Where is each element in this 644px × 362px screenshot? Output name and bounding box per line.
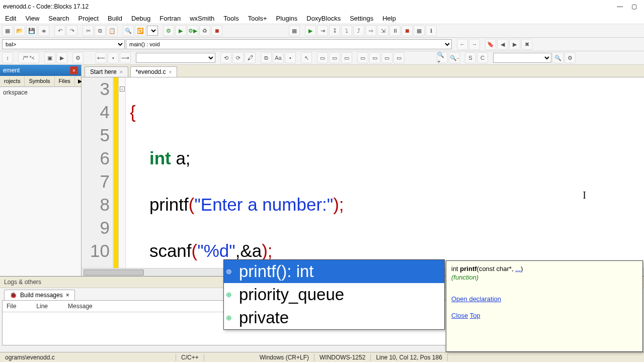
nav-fwd-icon[interactable]: → — [469, 39, 480, 50]
target-icon[interactable]: ▦ — [289, 25, 300, 36]
search-opts-icon[interactable]: ⚙ — [565, 52, 576, 63]
autocomplete-item-priority-queue[interactable]: ⊕ priority_queue — [224, 283, 444, 306]
scope-select[interactable]: bal> — [2, 39, 125, 49]
tab-close-icon[interactable]: × — [120, 69, 123, 75]
debug-run-icon[interactable]: ▶ — [305, 25, 316, 36]
case-icon[interactable]: Aa — [273, 52, 284, 63]
code-text[interactable]: { int a; printf("Enter a number:"); scan… — [126, 77, 644, 268]
autocomplete-item-private[interactable]: ⊕ private — [224, 306, 444, 329]
options-icon[interactable]: ⚙ — [72, 52, 84, 63]
menu-doxyblocks[interactable]: DoxyBlocks — [302, 14, 345, 23]
search-combo[interactable] — [493, 53, 551, 63]
box1-icon[interactable]: ▭ — [317, 52, 328, 63]
match-icon[interactable]: ⧉ — [261, 52, 272, 63]
minimize-button[interactable]: — — [613, 2, 627, 12]
open-icon[interactable]: 📂 — [14, 25, 25, 36]
build-messages-tab[interactable]: 🐞 Build messages × — [4, 290, 75, 300]
calltip-close-link[interactable]: Close — [451, 312, 468, 319]
search-go-icon[interactable]: 🔍 — [552, 52, 564, 63]
sidebar-tab-files[interactable]: Files — [55, 76, 75, 86]
zoom-in-icon[interactable]: 🔍+ — [437, 52, 448, 63]
run-icon[interactable]: ▶ — [175, 25, 186, 36]
scrollbar-thumb[interactable] — [84, 269, 144, 276]
code-editor[interactable]: 3 4 5 6 7 8 9 10 11 - { int a; printf("E… — [82, 77, 644, 268]
menu-fortran[interactable]: Fortran — [155, 14, 185, 23]
menu-view[interactable]: View — [21, 14, 43, 23]
target-select[interactable] — [136, 53, 215, 63]
step-out-icon[interactable]: ⤴ — [353, 25, 364, 36]
menu-toolsplus[interactable]: Tools+ — [244, 14, 271, 23]
info-icon[interactable]: ℹ — [426, 25, 437, 36]
select-icon[interactable]: ▣ — [44, 52, 55, 63]
build-run-icon[interactable]: ⚙▶ — [187, 25, 198, 36]
menu-help[interactable]: Help — [378, 14, 400, 23]
copy-icon[interactable]: ⧉ — [95, 25, 106, 36]
abort-icon[interactable]: ⏹ — [211, 25, 222, 36]
fold-minus-icon[interactable]: - — [120, 86, 125, 92]
menu-debug[interactable]: Debug — [127, 14, 154, 23]
menu-search[interactable]: Search — [44, 14, 73, 23]
autocomplete-popup[interactable]: ⊚ printf(): int ⊕ priority_queue ⊕ priva… — [223, 259, 445, 330]
save-icon[interactable]: 💾 — [26, 25, 37, 36]
autocomplete-item-printf[interactable]: ⊚ printf(): int — [224, 260, 444, 283]
next-edit-icon[interactable]: ⟳ — [232, 52, 244, 63]
sidebar-close-icon[interactable]: × — [70, 66, 78, 74]
box6-icon[interactable]: ▭ — [381, 52, 392, 63]
box3-icon[interactable]: ▭ — [341, 52, 352, 63]
nav-back-icon[interactable]: ← — [457, 39, 468, 50]
c-icon[interactable]: C — [477, 52, 488, 63]
tab-evenodd[interactable]: *evenodd.c × — [130, 66, 178, 77]
cut-icon[interactable]: ✂ — [83, 25, 94, 36]
maximize-button[interactable]: ▢ — [627, 2, 641, 12]
menu-build[interactable]: Build — [104, 14, 126, 23]
next-instr-icon[interactable]: ⇨ — [365, 25, 376, 36]
menu-plugins[interactable]: Plugins — [272, 14, 302, 23]
highlight-icon[interactable]: 🖍 — [245, 52, 256, 63]
doxy-comment-icon[interactable]: /** *< — [18, 52, 39, 63]
function-select[interactable]: main() : void — [126, 39, 452, 49]
step-into-instr-icon[interactable]: ⇲ — [377, 25, 388, 36]
open-declaration-link[interactable]: Open declaration — [451, 295, 501, 303]
menu-settings[interactable]: Settings — [346, 14, 377, 23]
workspace-tree[interactable]: orkspace — [0, 87, 81, 98]
box7-icon[interactable]: ▭ — [393, 52, 405, 63]
menu-edit[interactable]: Edit — [1, 14, 20, 23]
run-to-cursor-icon[interactable]: ⇥ — [317, 25, 328, 36]
box2-icon[interactable]: ▭ — [329, 52, 340, 63]
toggle-source-icon[interactable]: ↕ — [2, 52, 13, 63]
rebuild-icon[interactable]: ♻ — [199, 25, 210, 36]
stop-debug-icon[interactable]: ⏹ — [401, 25, 413, 36]
undo-icon[interactable]: ↶ — [54, 25, 65, 36]
zoom-out-icon[interactable]: 🔍- — [449, 52, 460, 63]
box5-icon[interactable]: ▭ — [369, 52, 380, 63]
box4-icon[interactable]: ▭ — [357, 52, 368, 63]
calltip-varargs-link[interactable]: ... — [515, 265, 521, 273]
jump-fwd-icon[interactable]: ⟶ — [120, 52, 131, 63]
run-doxy-icon[interactable]: ▶ — [56, 52, 67, 63]
bookmark-clear-icon[interactable]: ✖ — [521, 39, 532, 50]
menu-wxsmith[interactable]: wxSmith — [186, 14, 218, 23]
next-line-icon[interactable]: ↧ — [329, 25, 340, 36]
step-into-icon[interactable]: ⤵ — [341, 25, 352, 36]
replace-icon[interactable]: 🔁 — [135, 25, 146, 36]
jump-here-icon[interactable]: • — [108, 52, 119, 63]
word-icon[interactable]: • — [285, 52, 296, 63]
prev-edit-icon[interactable]: ⟲ — [220, 52, 231, 63]
find-icon[interactable]: 🔍 — [123, 25, 134, 36]
tab-start-here[interactable]: Start here × — [85, 66, 128, 77]
sidebar-tab-projects[interactable]: rojects — [0, 76, 25, 86]
bookmark-prev-icon[interactable]: ◀ — [497, 39, 508, 50]
menu-tools[interactable]: Tools — [219, 14, 243, 23]
tab-close-icon[interactable]: × — [66, 292, 69, 299]
sidebar-tab-symbols[interactable]: Symbols — [25, 76, 54, 86]
build-icon[interactable]: ⚙ — [163, 25, 174, 36]
calltip-top-link[interactable]: Top — [470, 312, 480, 319]
break-icon[interactable]: ⏸ — [389, 25, 400, 36]
bookmark-toggle-icon[interactable]: 🔖 — [485, 39, 496, 50]
bookmark-next-icon[interactable]: ▶ — [509, 39, 520, 50]
new-file-icon[interactable]: ▦ — [2, 25, 13, 36]
toolbar-dropdown[interactable] — [147, 26, 158, 36]
save-all-icon[interactable]: ⩩ — [38, 25, 49, 36]
debug-windows-icon[interactable]: ▦ — [414, 25, 425, 36]
cursor-icon[interactable]: ↖ — [301, 52, 312, 63]
